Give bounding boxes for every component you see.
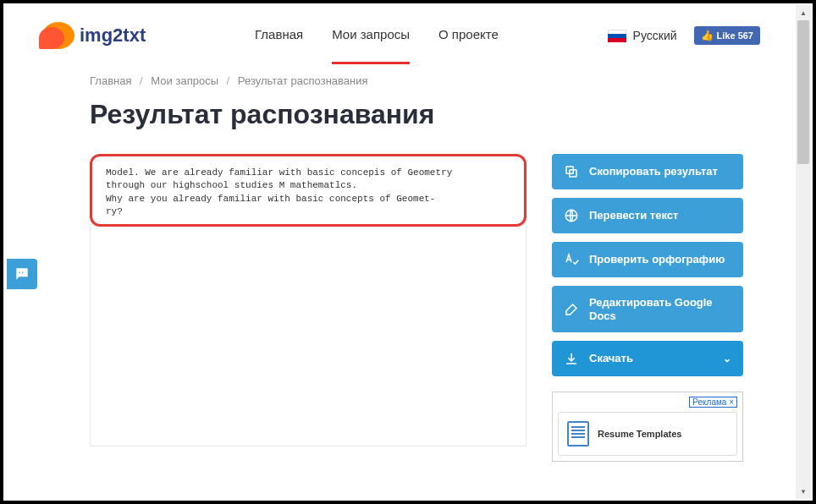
scroll-thumb[interactable] (797, 20, 809, 164)
spellcheck-icon (564, 252, 579, 267)
fb-like-text: Like 567 (717, 30, 753, 41)
feedback-tab[interactable] (7, 259, 37, 289)
copy-result-button[interactable]: Скопировать результат (552, 154, 743, 189)
language-selector[interactable]: Русский (608, 29, 677, 42)
logo[interactable]: img2txt (39, 20, 146, 51)
nav-home[interactable]: Главная (255, 7, 303, 64)
ad-label[interactable]: Реклама × (558, 397, 737, 407)
facebook-like-button[interactable]: 👍 Like 567 (694, 26, 760, 45)
svg-point-4 (22, 272, 24, 274)
download-label: Скачать (589, 352, 633, 365)
edit-docs-label: Редактировать Google Docs (589, 296, 731, 322)
result-box[interactable]: Model. We are already familiar with basi… (90, 154, 527, 227)
chevron-down-icon: ⌄ (723, 353, 731, 364)
page-title: Результат распознавания (90, 99, 743, 130)
spellcheck-label: Проверить орфографию (589, 253, 731, 266)
nav-requests[interactable]: Мои запросы (332, 7, 410, 64)
logo-text: img2txt (80, 25, 146, 47)
thumbs-up-icon: 👍 (701, 30, 714, 41)
logo-icon (39, 20, 74, 51)
copy-label: Скопировать результат (589, 165, 731, 178)
ad-container: Реклама × Resume Templates (552, 392, 743, 462)
breadcrumb-requests[interactable]: Мои запросы (151, 74, 218, 87)
scroll-up-icon[interactable]: ▲ (796, 5, 811, 20)
scroll-down-icon[interactable]: ▼ (796, 484, 811, 499)
download-button[interactable]: Скачать ⌄ (552, 341, 743, 376)
edit-icon (564, 302, 579, 317)
ad-item[interactable]: Resume Templates (558, 412, 737, 456)
document-icon (567, 421, 589, 446)
header: img2txt Главная Мои запросы О проекте Ру… (5, 5, 794, 66)
chat-icon (14, 266, 30, 282)
translate-button[interactable]: Перевести текст (552, 198, 743, 233)
main-nav: Главная Мои запросы О проекте (255, 7, 499, 64)
breadcrumb: Главная / Мои запросы / Результат распоз… (90, 74, 743, 87)
vertical-scrollbar[interactable]: ▲ ▼ (796, 5, 811, 499)
svg-point-3 (19, 272, 21, 274)
download-icon (564, 351, 579, 366)
copy-icon (564, 164, 579, 179)
edit-docs-button[interactable]: Редактировать Google Docs (552, 286, 743, 332)
result-text: Model. We are already familiar with basi… (106, 167, 510, 219)
language-label: Русский (633, 29, 677, 42)
flag-ru-icon (608, 30, 626, 42)
breadcrumb-home[interactable]: Главная (90, 74, 131, 87)
spellcheck-button[interactable]: Проверить орфографию (552, 242, 743, 277)
globe-icon (564, 208, 579, 223)
result-area (90, 227, 527, 446)
ad-text: Resume Templates (598, 429, 681, 440)
nav-about[interactable]: О проекте (438, 7, 499, 64)
translate-label: Перевести текст (589, 209, 731, 222)
breadcrumb-current: Результат распознавания (238, 74, 368, 87)
